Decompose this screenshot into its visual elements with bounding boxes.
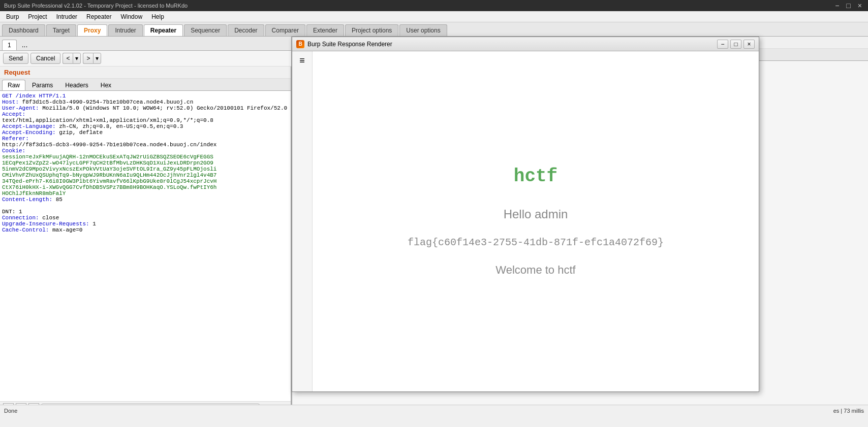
tab-intruder[interactable]: Intruder bbox=[108, 24, 142, 36]
repeater-tab-1[interactable]: 1 bbox=[2, 40, 17, 50]
request-tab-hex[interactable]: Hex bbox=[95, 80, 117, 90]
window-title: Burp Suite Professional v2.1.02 - Tempor… bbox=[4, 3, 188, 9]
renderer-title-bar: B Burp Suite Response Renderer − □ × bbox=[292, 37, 759, 51]
status-bar: Done es | 73 millis bbox=[0, 405, 868, 416]
renderer-main-content: hctf Hello admin flag{c60f14e3-2755-41db… bbox=[313, 51, 759, 391]
nav-next-drop-button[interactable]: ▾ bbox=[93, 53, 101, 64]
tab-repeater[interactable]: Repeater bbox=[144, 24, 183, 36]
title-bar: Burp Suite Professional v2.1.02 - Tempor… bbox=[0, 0, 868, 11]
main-tab-bar: Dashboard Target Proxy Intruder Repeater… bbox=[0, 22, 868, 37]
menu-project[interactable]: Project bbox=[24, 12, 51, 21]
flag-text: flag{c60f14e3-2755-41db-871f-efc1a4072f6… bbox=[408, 237, 664, 248]
tab-target[interactable]: Target bbox=[46, 24, 76, 36]
menu-intruder[interactable]: Intruder bbox=[52, 12, 81, 21]
repeater-toolbar: Send Cancel < ▾ > ▾ bbox=[0, 51, 291, 67]
menu-bar: Burp Project Intruder Repeater Window He… bbox=[0, 11, 868, 22]
menu-window[interactable]: Window bbox=[116, 12, 146, 21]
request-tab-headers[interactable]: Headers bbox=[59, 80, 94, 90]
repeater-tab-add[interactable]: ... bbox=[18, 39, 32, 50]
renderer-window-controls: − □ × bbox=[717, 40, 755, 49]
menu-burp[interactable]: Burp bbox=[2, 12, 23, 21]
status-right-text: es | 73 millis bbox=[833, 408, 864, 414]
renderer-maximize-button[interactable]: □ bbox=[730, 40, 741, 49]
request-panel-tabs: Raw Params Headers Hex bbox=[0, 79, 291, 91]
renderer-sidebar: ≡ bbox=[292, 51, 313, 391]
renderer-content-wrapper: ≡ hctf Hello admin flag{c60f14e3-2755-41… bbox=[292, 51, 759, 391]
forward-nav-group: > ▾ bbox=[83, 53, 101, 64]
tab-sequencer[interactable]: Sequencer bbox=[184, 24, 227, 36]
tab-user-options[interactable]: User options bbox=[399, 24, 447, 36]
renderer-title-text: Burp Suite Response Renderer bbox=[307, 41, 714, 48]
repeater-sub-tabs: 1 ... bbox=[0, 37, 291, 51]
hctf-title: hctf bbox=[514, 166, 557, 187]
window-controls: − □ × bbox=[833, 2, 864, 10]
close-button[interactable]: × bbox=[856, 2, 864, 10]
request-response-area: Request Raw Params Headers Hex GET /inde… bbox=[0, 67, 291, 416]
request-code-area[interactable]: GET /index HTTP/1.1 Host: f8f3d1c5-dcb3-… bbox=[0, 91, 291, 401]
welcome-text: Welcome to hctf bbox=[495, 264, 575, 277]
status-text: Done bbox=[4, 408, 17, 414]
menu-help[interactable]: Help bbox=[147, 12, 168, 21]
nav-next-button[interactable]: > bbox=[83, 53, 93, 64]
hamburger-icon[interactable]: ≡ bbox=[299, 55, 305, 66]
cancel-button[interactable]: Cancel bbox=[30, 53, 60, 64]
main-content: 1 ... Send Cancel < ▾ > ▾ Request bbox=[0, 37, 868, 416]
renderer-minimize-button[interactable]: − bbox=[717, 40, 728, 49]
nav-prev-drop-button[interactable]: ▾ bbox=[73, 53, 81, 64]
tab-extender[interactable]: Extender bbox=[306, 24, 344, 36]
tab-dashboard[interactable]: Dashboard bbox=[2, 24, 45, 36]
request-tab-params[interactable]: Params bbox=[26, 80, 58, 90]
back-nav-group: < ▾ bbox=[63, 53, 81, 64]
nav-prev-button[interactable]: < bbox=[63, 53, 73, 64]
renderer-close-button[interactable]: × bbox=[743, 40, 755, 49]
send-button[interactable]: Send bbox=[3, 53, 28, 64]
minimize-button[interactable]: − bbox=[833, 2, 841, 10]
maximize-button[interactable]: □ bbox=[844, 2, 852, 10]
left-panel: 1 ... Send Cancel < ▾ > ▾ Request bbox=[0, 37, 292, 416]
request-panel: Request Raw Params Headers Hex GET /inde… bbox=[0, 67, 291, 416]
request-panel-header: Request bbox=[0, 67, 291, 79]
menu-repeater[interactable]: Repeater bbox=[82, 12, 115, 21]
tab-proxy[interactable]: Proxy bbox=[77, 24, 107, 36]
renderer-icon: B bbox=[296, 40, 304, 48]
request-label: Request bbox=[4, 69, 30, 76]
request-tab-raw[interactable]: Raw bbox=[2, 80, 25, 90]
tab-project-options[interactable]: Project options bbox=[345, 24, 398, 36]
renderer-window: B Burp Suite Response Renderer − □ × ≡ h… bbox=[292, 37, 759, 392]
tab-comparer[interactable]: Comparer bbox=[265, 24, 305, 36]
hello-admin-text: Hello admin bbox=[504, 207, 568, 221]
tab-decoder[interactable]: Decoder bbox=[228, 24, 264, 36]
renderer-icon-label: B bbox=[298, 41, 302, 47]
